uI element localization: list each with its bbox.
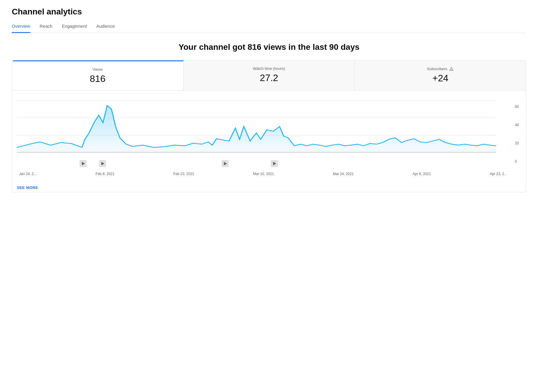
chart-svg xyxy=(17,98,521,168)
see-more-link[interactable]: SEE MORE xyxy=(17,185,38,190)
metric-watchtime-label: Watch time (hours) xyxy=(191,66,348,71)
video-marker-4[interactable] xyxy=(271,160,278,167)
metrics-row: Views 816 Watch time (hours) 27.2 Subscr… xyxy=(12,60,526,90)
tab-audience[interactable]: Audience xyxy=(96,24,115,33)
analytics-card: Views 816 Watch time (hours) 27.2 Subscr… xyxy=(12,60,526,192)
x-axis-labels: Jan 24, 2... Feb 8, 2021 Feb 23, 2021 Ma… xyxy=(17,171,521,176)
metric-subscribers-label: Subscribers xyxy=(362,66,519,71)
play-icon-3 xyxy=(224,162,227,165)
tab-overview[interactable]: Overview xyxy=(12,24,30,33)
metric-views[interactable]: Views 816 xyxy=(12,60,184,90)
y-axis-labels: 60 40 20 0 xyxy=(515,105,519,164)
play-icon-2 xyxy=(101,162,104,165)
chart-container: 60 40 20 0 xyxy=(17,98,521,168)
play-icon-4 xyxy=(273,162,276,165)
page-title: Channel analytics xyxy=(12,7,526,17)
video-marker-3[interactable] xyxy=(222,160,229,167)
metric-subscribers[interactable]: Subscribers +24 xyxy=(355,60,526,90)
video-marker-1[interactable] xyxy=(80,160,87,167)
warning-icon xyxy=(449,66,454,71)
video-markers xyxy=(17,160,507,168)
tab-reach[interactable]: Reach xyxy=(40,24,52,33)
metric-views-label: Views xyxy=(19,67,176,72)
metric-watchtime[interactable]: Watch time (hours) 27.2 xyxy=(184,60,355,90)
metric-subscribers-value: +24 xyxy=(362,73,519,84)
tab-engagement[interactable]: Engagement xyxy=(62,24,87,33)
play-icon-1 xyxy=(82,162,85,165)
views-headline: Your channel got 816 views in the last 9… xyxy=(12,42,526,52)
metric-watchtime-value: 27.2 xyxy=(191,73,348,83)
chart-area: 60 40 20 0 Jan xyxy=(12,90,526,181)
tabs-nav: Overview Reach Engagement Audience xyxy=(12,24,526,33)
metric-views-value: 816 xyxy=(19,73,176,84)
video-marker-2[interactable] xyxy=(99,160,106,167)
